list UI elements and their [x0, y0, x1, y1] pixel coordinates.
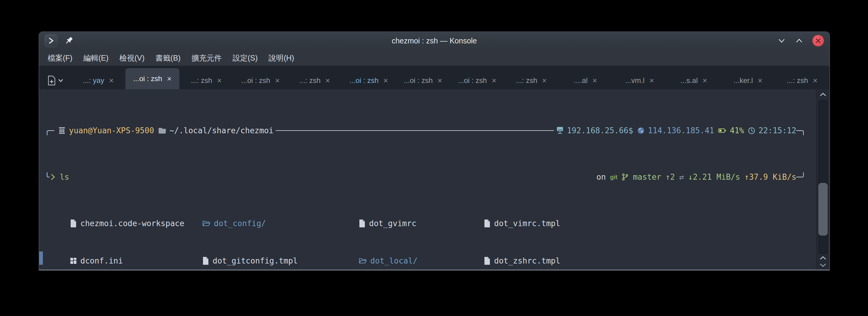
ls-output-row: chezmoi.code-workspace dot_config/ dot_g… [39, 218, 816, 229]
chevron-down-icon [58, 79, 63, 82]
lan-ip-segment: 192.168.25.66$ [556, 126, 633, 135]
file-entry[interactable]: chezmoi.code-workspace [70, 218, 184, 229]
terminal-chevron-icon [47, 37, 55, 45]
maximize-button[interactable] [795, 36, 803, 45]
battery-icon [718, 127, 726, 134]
tab-zsh-7[interactable]: ...oi : zsh × [396, 72, 450, 89]
menu-settings[interactable]: 設定(S) [227, 51, 263, 65]
menu-file[interactable]: 檔案(F) [42, 51, 78, 65]
close-button[interactable] [812, 35, 824, 46]
tab-zsh-5[interactable]: ...: zsh × [287, 72, 342, 89]
tab-label: ...oi : zsh [458, 76, 487, 85]
scroll-up-button[interactable] [820, 89, 826, 100]
tab-yay[interactable]: ...: yay × [71, 72, 125, 89]
file-name: dot_vimrc.tmpl [494, 219, 560, 228]
tab-close-icon[interactable]: × [325, 77, 330, 84]
battery-segment: 41% [718, 126, 744, 135]
menu-bookmarks[interactable]: 書籤(B) [150, 51, 186, 65]
konsole-app-icon[interactable] [45, 34, 57, 47]
window-controls [777, 35, 824, 46]
new-tab-button[interactable] [39, 72, 71, 89]
pin-button[interactable] [64, 36, 74, 45]
tab-vml[interactable]: ...vm.l × [613, 72, 667, 89]
frame-corner-top-right: ─╮ [797, 126, 806, 135]
tab-label: ...: zsh [299, 76, 321, 85]
directory-name: dot_config/ [214, 219, 266, 228]
titlebar: chezmoi : zsh — Konsole [39, 31, 829, 50]
pin-icon [64, 36, 74, 45]
file-entry[interactable]: dconf.ini [70, 256, 123, 266]
git-word: git [610, 174, 617, 181]
scrollbar-thumb[interactable] [818, 183, 828, 235]
tab-close-icon[interactable]: × [813, 77, 817, 84]
file-name: dot_zshrc.tmpl [494, 256, 560, 265]
menu-plugins[interactable]: 擴充元件 [186, 51, 227, 65]
file-icon [70, 219, 77, 227]
scroll-up-button[interactable] [820, 254, 826, 261]
wan-ip: 114.136.185.41 [648, 126, 714, 135]
ethernet-icon [556, 127, 564, 135]
file-icon [359, 219, 366, 227]
menu-view[interactable]: 檢視(V) [114, 51, 150, 65]
tab-close-icon[interactable]: × [593, 77, 597, 84]
tab-close-icon[interactable]: × [275, 77, 280, 84]
tab-zsh-4[interactable]: ...oi : zsh × [234, 72, 287, 89]
tab-zsh-8[interactable]: ...oi : zsh × [450, 72, 504, 89]
file-entry[interactable]: dot_vimrc.tmpl [484, 218, 560, 229]
tab-kerl[interactable]: ...ker.l × [721, 72, 775, 89]
scrollbar[interactable] [816, 89, 829, 270]
file-entry[interactable]: dot_zshrc.tmpl [484, 256, 560, 266]
git-on-word: on [596, 173, 606, 181]
tab-sal[interactable]: ...s.al × [667, 72, 721, 89]
menu-edit[interactable]: 編輯(E) [78, 51, 114, 65]
tab-zsh-14[interactable]: ...: zsh × [775, 72, 829, 89]
git-ahead-count: ↑2 [665, 173, 675, 181]
tab-label: ...s.al [680, 76, 698, 85]
file-name: dot_gvimrc [369, 219, 416, 228]
tab-close-icon[interactable]: × [542, 77, 547, 84]
tab-chezmoi-zsh-active[interactable]: ...oi : zsh × [125, 68, 179, 89]
prompt1-top-line: ╭─ yuan@Yuan-XPS-9500 [39, 126, 816, 136]
file-entry[interactable]: dot_gitconfig.tmpl [203, 256, 298, 266]
lan-ip: 192.168.25.66$ [567, 126, 633, 135]
frame-corner-bottom-right: ─╯ [797, 173, 806, 181]
tab-zsh-9[interactable]: ...: zsh × [504, 72, 558, 89]
scroll-down-button[interactable] [820, 262, 826, 268]
minimize-button[interactable] [777, 36, 786, 45]
transfer-arrows-icon: ⇄ [679, 173, 684, 181]
globe-icon [637, 127, 645, 134]
directory-entry[interactable]: dot_config/ [203, 218, 266, 229]
tab-zsh-3[interactable]: ...: zsh × [179, 72, 234, 89]
tab-close-icon[interactable]: × [167, 75, 172, 83]
tab-al[interactable]: ....al × [558, 72, 613, 89]
new-tab-icon [48, 76, 56, 85]
tabbar: ...: yay × ...oi : zsh × ...: zsh × ...o… [39, 66, 829, 89]
tab-close-icon[interactable]: × [109, 77, 114, 84]
menu-help[interactable]: 說明(H) [263, 51, 300, 65]
git-branch-icon [622, 173, 628, 181]
desktop: { "window": { "title": "chezmoi : zsh — … [0, 0, 868, 316]
tab-zsh-6[interactable]: ...oi : zsh × [342, 72, 396, 89]
frame-corner-top-left: ╭─ [45, 126, 54, 135]
tab-close-icon[interactable]: × [383, 77, 388, 84]
tab-close-icon[interactable]: × [492, 77, 496, 84]
tab-close-icon[interactable]: × [649, 77, 654, 84]
tab-label: ...vm.l [625, 76, 645, 85]
cwd-segment: ~/.local/share/chezmoi [158, 126, 273, 135]
tab-close-icon[interactable]: × [703, 77, 707, 84]
directory-name: dot_local/ [370, 256, 418, 265]
tab-close-icon[interactable]: × [758, 77, 762, 84]
scrollbar-track[interactable] [818, 100, 828, 254]
grid-icon [70, 257, 77, 264]
building-icon [58, 127, 65, 135]
folder-open-icon [203, 220, 210, 227]
directory-entry[interactable]: dot_local/ [359, 256, 418, 266]
clock-segment: 22:15:12 [748, 126, 796, 135]
file-entry[interactable]: dot_gvimrc [359, 218, 416, 229]
tab-close-icon[interactable]: × [217, 77, 222, 84]
tab-label: ...oi : zsh [133, 74, 162, 83]
chevron-down-icon [777, 36, 786, 45]
terminal-view[interactable]: ╭─ yuan@Yuan-XPS-9500 [39, 89, 816, 270]
file-icon [484, 256, 491, 265]
tab-close-icon[interactable]: × [438, 77, 442, 84]
